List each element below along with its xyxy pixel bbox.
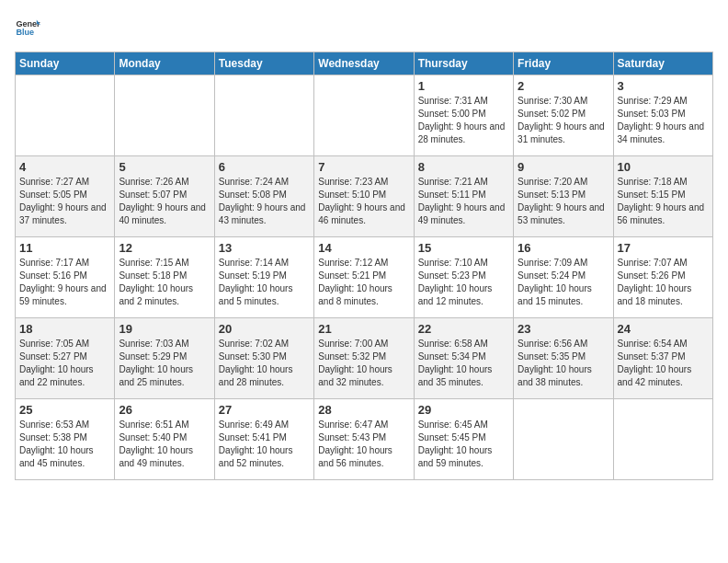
day-number: 10 <box>618 160 709 174</box>
calendar-cell: 15Sunrise: 7:10 AMSunset: 5:23 PMDayligh… <box>414 237 513 318</box>
dow-header: Tuesday <box>214 52 313 75</box>
calendar-cell: 10Sunrise: 7:18 AMSunset: 5:15 PMDayligh… <box>613 156 712 237</box>
day-number: 23 <box>518 322 609 336</box>
calendar-cell <box>214 75 313 156</box>
calendar-cell: 20Sunrise: 7:02 AMSunset: 5:30 PMDayligh… <box>214 318 313 399</box>
calendar-cell <box>514 399 613 480</box>
calendar-cell: 16Sunrise: 7:09 AMSunset: 5:24 PMDayligh… <box>514 237 613 318</box>
calendar-cell: 19Sunrise: 7:03 AMSunset: 5:29 PMDayligh… <box>115 318 214 399</box>
day-number: 9 <box>518 160 609 174</box>
day-number: 18 <box>19 322 110 336</box>
day-number: 7 <box>318 160 409 174</box>
day-number: 21 <box>318 322 409 336</box>
day-info: Sunrise: 6:45 AMSunset: 5:45 PMDaylight:… <box>418 419 509 470</box>
day-info: Sunrise: 6:53 AMSunset: 5:38 PMDaylight:… <box>19 419 110 470</box>
day-number: 5 <box>119 160 210 174</box>
calendar-cell: 3Sunrise: 7:29 AMSunset: 5:03 PMDaylight… <box>613 75 712 156</box>
day-info: Sunrise: 7:10 AMSunset: 5:23 PMDaylight:… <box>418 257 509 308</box>
dow-header: Sunday <box>16 52 115 75</box>
day-number: 2 <box>518 79 609 93</box>
calendar-cell: 8Sunrise: 7:21 AMSunset: 5:11 PMDaylight… <box>414 156 513 237</box>
calendar-cell: 23Sunrise: 6:56 AMSunset: 5:35 PMDayligh… <box>514 318 613 399</box>
dow-header: Saturday <box>613 52 712 75</box>
day-info: Sunrise: 7:05 AMSunset: 5:27 PMDaylight:… <box>19 338 110 389</box>
calendar-cell: 27Sunrise: 6:49 AMSunset: 5:41 PMDayligh… <box>214 399 313 480</box>
day-info: Sunrise: 7:15 AMSunset: 5:18 PMDaylight:… <box>119 257 210 308</box>
day-number: 1 <box>418 79 509 93</box>
day-number: 3 <box>618 79 709 93</box>
day-number: 17 <box>618 241 709 255</box>
calendar-cell: 2Sunrise: 7:30 AMSunset: 5:02 PMDaylight… <box>514 75 613 156</box>
day-info: Sunrise: 7:27 AMSunset: 5:05 PMDaylight:… <box>19 176 110 227</box>
day-info: Sunrise: 7:24 AMSunset: 5:08 PMDaylight:… <box>219 176 310 227</box>
day-info: Sunrise: 7:14 AMSunset: 5:19 PMDaylight:… <box>219 257 310 308</box>
calendar-cell: 11Sunrise: 7:17 AMSunset: 5:16 PMDayligh… <box>16 237 115 318</box>
calendar-cell <box>613 399 712 480</box>
calendar-cell: 7Sunrise: 7:23 AMSunset: 5:10 PMDaylight… <box>314 156 414 237</box>
day-number: 20 <box>219 322 310 336</box>
day-info: Sunrise: 7:09 AMSunset: 5:24 PMDaylight:… <box>518 257 609 308</box>
calendar-week-row: 25Sunrise: 6:53 AMSunset: 5:38 PMDayligh… <box>16 399 713 480</box>
calendar-week-row: 1Sunrise: 7:31 AMSunset: 5:00 PMDaylight… <box>16 75 713 156</box>
day-info: Sunrise: 7:21 AMSunset: 5:11 PMDaylight:… <box>418 176 509 227</box>
calendar-table: SundayMondayTuesdayWednesdayThursdayFrid… <box>15 52 713 480</box>
calendar-cell: 6Sunrise: 7:24 AMSunset: 5:08 PMDaylight… <box>214 156 313 237</box>
day-number: 27 <box>219 403 310 417</box>
calendar-cell: 17Sunrise: 7:07 AMSunset: 5:26 PMDayligh… <box>613 237 712 318</box>
calendar-cell: 29Sunrise: 6:45 AMSunset: 5:45 PMDayligh… <box>414 399 513 480</box>
calendar-cell: 13Sunrise: 7:14 AMSunset: 5:19 PMDayligh… <box>214 237 313 318</box>
day-info: Sunrise: 7:00 AMSunset: 5:32 PMDaylight:… <box>318 338 409 389</box>
day-info: Sunrise: 7:17 AMSunset: 5:16 PMDaylight:… <box>19 257 110 308</box>
header: General Blue <box>15 15 713 40</box>
day-number: 12 <box>119 241 210 255</box>
calendar-cell: 12Sunrise: 7:15 AMSunset: 5:18 PMDayligh… <box>115 237 214 318</box>
day-number: 19 <box>119 322 210 336</box>
day-number: 15 <box>418 241 509 255</box>
day-number: 25 <box>19 403 110 417</box>
day-number: 11 <box>19 241 110 255</box>
calendar-week-row: 11Sunrise: 7:17 AMSunset: 5:16 PMDayligh… <box>16 237 713 318</box>
day-info: Sunrise: 6:54 AMSunset: 5:37 PMDaylight:… <box>618 338 709 389</box>
day-info: Sunrise: 7:30 AMSunset: 5:02 PMDaylight:… <box>518 95 609 146</box>
day-number: 16 <box>518 241 609 255</box>
calendar-cell <box>16 75 115 156</box>
day-number: 28 <box>318 403 409 417</box>
dow-header: Thursday <box>414 52 513 75</box>
calendar-cell: 9Sunrise: 7:20 AMSunset: 5:13 PMDaylight… <box>514 156 613 237</box>
calendar-week-row: 18Sunrise: 7:05 AMSunset: 5:27 PMDayligh… <box>16 318 713 399</box>
day-number: 24 <box>618 322 709 336</box>
day-info: Sunrise: 6:56 AMSunset: 5:35 PMDaylight:… <box>518 338 609 389</box>
calendar-cell: 18Sunrise: 7:05 AMSunset: 5:27 PMDayligh… <box>16 318 115 399</box>
calendar-cell: 21Sunrise: 7:00 AMSunset: 5:32 PMDayligh… <box>314 318 414 399</box>
day-info: Sunrise: 7:26 AMSunset: 5:07 PMDaylight:… <box>119 176 210 227</box>
calendar-cell: 25Sunrise: 6:53 AMSunset: 5:38 PMDayligh… <box>16 399 115 480</box>
calendar-cell: 1Sunrise: 7:31 AMSunset: 5:00 PMDaylight… <box>414 75 513 156</box>
calendar-cell: 14Sunrise: 7:12 AMSunset: 5:21 PMDayligh… <box>314 237 414 318</box>
day-info: Sunrise: 7:03 AMSunset: 5:29 PMDaylight:… <box>119 338 210 389</box>
day-info: Sunrise: 7:12 AMSunset: 5:21 PMDaylight:… <box>318 257 409 308</box>
day-number: 4 <box>19 160 110 174</box>
day-number: 29 <box>418 403 509 417</box>
day-number: 26 <box>119 403 210 417</box>
logo-icon: General Blue <box>15 15 40 40</box>
day-info: Sunrise: 7:07 AMSunset: 5:26 PMDaylight:… <box>618 257 709 308</box>
day-info: Sunrise: 6:51 AMSunset: 5:40 PMDaylight:… <box>119 419 210 470</box>
day-info: Sunrise: 7:23 AMSunset: 5:10 PMDaylight:… <box>318 176 409 227</box>
day-info: Sunrise: 7:02 AMSunset: 5:30 PMDaylight:… <box>219 338 310 389</box>
calendar-cell: 22Sunrise: 6:58 AMSunset: 5:34 PMDayligh… <box>414 318 513 399</box>
logo: General Blue <box>15 15 44 40</box>
calendar-cell <box>314 75 414 156</box>
dow-header: Wednesday <box>314 52 414 75</box>
day-number: 22 <box>418 322 509 336</box>
dow-header: Monday <box>115 52 214 75</box>
day-info: Sunrise: 7:31 AMSunset: 5:00 PMDaylight:… <box>418 95 509 146</box>
calendar-week-row: 4Sunrise: 7:27 AMSunset: 5:05 PMDaylight… <box>16 156 713 237</box>
day-number: 14 <box>318 241 409 255</box>
day-number: 6 <box>219 160 310 174</box>
days-of-week-row: SundayMondayTuesdayWednesdayThursdayFrid… <box>16 52 713 75</box>
calendar-cell: 4Sunrise: 7:27 AMSunset: 5:05 PMDaylight… <box>16 156 115 237</box>
day-info: Sunrise: 7:29 AMSunset: 5:03 PMDaylight:… <box>618 95 709 146</box>
calendar-cell: 24Sunrise: 6:54 AMSunset: 5:37 PMDayligh… <box>613 318 712 399</box>
day-info: Sunrise: 7:18 AMSunset: 5:15 PMDaylight:… <box>618 176 709 227</box>
day-info: Sunrise: 6:47 AMSunset: 5:43 PMDaylight:… <box>318 419 409 470</box>
